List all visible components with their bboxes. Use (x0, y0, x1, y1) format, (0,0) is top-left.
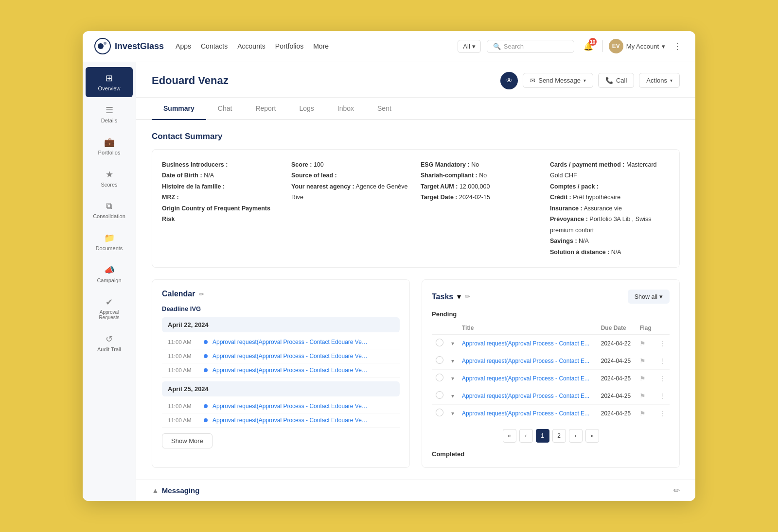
tab-report[interactable]: Report (244, 98, 287, 120)
show-more-button[interactable]: Show More (162, 433, 212, 448)
search-input[interactable]: 🔍 Search (487, 40, 574, 53)
calendar-event[interactable]: 11:00 AM Approval request(Approval Proce… (162, 413, 400, 428)
nav-accounts[interactable]: Accounts (237, 42, 265, 50)
task-dots-0[interactable]: ⋮ (660, 340, 666, 347)
calendar-event[interactable]: 11:00 AM Approval request(Approval Proce… (162, 349, 400, 363)
page-2[interactable]: 2 (552, 429, 566, 443)
task-flag-2[interactable]: ⚑ (639, 375, 646, 382)
calendar-event[interactable]: 11:00 AM Approval request(Approval Proce… (162, 335, 400, 349)
svg-point-2 (104, 42, 106, 45)
task-checkbox-0[interactable] (436, 339, 443, 346)
nav-contacts[interactable]: Contacts (201, 42, 228, 50)
messaging-label[interactable]: ▲ Messaging (152, 486, 199, 495)
task-expand-0[interactable]: ▾ (451, 340, 454, 347)
nav-portfolios[interactable]: Portfolios (275, 42, 303, 50)
chevron-down-icon-actions: ▾ (670, 78, 672, 83)
target-date-value: 2024-02-15 (459, 194, 490, 201)
task-dots-2[interactable]: ⋮ (660, 375, 666, 382)
task-dots-4[interactable]: ⋮ (660, 410, 666, 417)
page-prev[interactable]: ‹ (519, 429, 533, 443)
actions-button[interactable]: Actions ▾ (639, 73, 680, 88)
tab-logs[interactable]: Logs (287, 98, 325, 120)
campaign-icon: 📣 (104, 265, 115, 275)
sidebar-item-consolidation[interactable]: ⧉ Consolidation (86, 195, 133, 225)
calendar-event[interactable]: 11:00 AM Approval request(Approval Proce… (162, 399, 400, 413)
insurance-value: Assurance vie (584, 205, 622, 212)
event-time: 11:00 AM (168, 417, 199, 423)
sidebar-item-portfolios[interactable]: 💼 Portfolios (86, 131, 133, 161)
sidebar-item-details[interactable]: ☰ Details (86, 99, 133, 129)
page-first[interactable]: « (503, 429, 516, 443)
calendar-edit-icon[interactable]: ✏ (199, 291, 204, 298)
col-actions (656, 322, 670, 335)
page-1[interactable]: 1 (536, 429, 549, 443)
sidebar-item-audit-trail[interactable]: ↺ Audit Trail (86, 328, 133, 358)
task-expand-1[interactable]: ▾ (451, 358, 454, 364)
call-button[interactable]: 📞 Call (598, 73, 634, 88)
summary-content: Contact Summary Business Introducers : D… (136, 120, 695, 480)
task-expand-4[interactable]: ▾ (451, 410, 454, 417)
sidebar-label-campaign: Campaign (97, 277, 121, 283)
nav-more[interactable]: More (313, 42, 329, 50)
score-label: Score : (291, 161, 312, 168)
task-checkbox-2[interactable] (436, 374, 443, 381)
task-expand-3[interactable]: ▾ (451, 393, 454, 399)
task-expand-2[interactable]: ▾ (451, 375, 454, 382)
task-dots-3[interactable]: ⋮ (660, 393, 666, 399)
sidebar-item-scores[interactable]: ★ Scores (86, 163, 133, 193)
messaging-bar: ▲ Messaging ✏ (136, 480, 695, 501)
page-next[interactable]: › (569, 429, 583, 443)
cards-label: Cards / payment method : (550, 161, 625, 168)
table-row: ▾ Approval request(Approval Process - Co… (432, 352, 670, 370)
task-checkbox-3[interactable] (436, 391, 443, 399)
show-all-button[interactable]: Show all ▾ (628, 290, 670, 304)
task-flag-3[interactable]: ⚑ (639, 392, 646, 400)
task-checkbox-1[interactable] (436, 356, 443, 364)
logo[interactable]: InvestGlass (94, 38, 164, 54)
col-title: Title (458, 322, 597, 335)
sidebar-label-audit: Audit Trail (97, 346, 121, 352)
sidebar-item-documents[interactable]: 📁 Documents (86, 227, 133, 257)
more-options-button[interactable]: ⋮ (671, 41, 684, 51)
tasks-edit-icon[interactable]: ✏ (465, 293, 470, 300)
nav-apps[interactable]: Apps (176, 42, 191, 50)
sidebar-item-campaign[interactable]: 📣 Campaign (86, 259, 133, 289)
calendar-event[interactable]: 11:00 AM Approval request(Approval Proce… (162, 363, 400, 378)
task-flag-0[interactable]: ⚑ (639, 340, 646, 347)
tasks-section: Tasks ▾ ✏ Show all ▾ Pending (422, 279, 680, 468)
sidebar-item-overview[interactable]: ⊞ Overview (86, 67, 133, 97)
task-flag-4[interactable]: ⚑ (639, 410, 646, 417)
task-title-1: Approval request(Approval Process - Cont… (462, 358, 589, 364)
task-due-4: 2024-04-25 (601, 410, 631, 417)
table-row: ▾ Approval request(Approval Process - Co… (432, 405, 670, 422)
account-button[interactable]: EV My Account ▾ (609, 39, 665, 53)
all-dropdown[interactable]: All ▾ (458, 40, 480, 53)
tab-summary[interactable]: Summary (152, 98, 206, 120)
sidebar-item-approval-requests[interactable]: ✔ Approval Requests (86, 291, 133, 326)
table-row: ▾ Approval request(Approval Process - Co… (432, 387, 670, 405)
prevoyance-label: Prévoyance : (550, 216, 588, 223)
notifications-button[interactable]: 🔔 10 (580, 38, 597, 54)
task-flag-1[interactable]: ⚑ (639, 357, 646, 365)
pagination: « ‹ 1 2 › » (432, 429, 670, 443)
col-expand (447, 322, 458, 335)
pending-label: Pending (432, 310, 670, 318)
tab-sent[interactable]: Sent (366, 98, 403, 120)
send-message-label: Send Message (538, 77, 581, 84)
tab-chat[interactable]: Chat (206, 98, 244, 120)
tasks-title-text: Tasks (432, 292, 453, 301)
tasks-table: Title Due Date Flag ▾ Approval request(A… (432, 322, 670, 422)
messaging-edit-icon[interactable]: ✏ (673, 486, 680, 495)
page-title: Edouard Venaz (152, 74, 229, 87)
details-icon: ☰ (106, 105, 113, 116)
task-dots-1[interactable]: ⋮ (660, 358, 666, 364)
task-checkbox-4[interactable] (436, 409, 443, 416)
page-last[interactable]: » (585, 429, 599, 443)
col-flag: Flag (636, 322, 656, 335)
avatar: EV (609, 39, 623, 53)
actions-label: Actions (646, 77, 667, 84)
tab-inbox[interactable]: Inbox (326, 98, 366, 120)
origin-label: Origin Country of Frequent Payments Risk (162, 205, 270, 223)
send-message-button[interactable]: ✉ Send Message ▾ (523, 73, 593, 88)
eye-button[interactable]: 👁 (500, 72, 518, 89)
